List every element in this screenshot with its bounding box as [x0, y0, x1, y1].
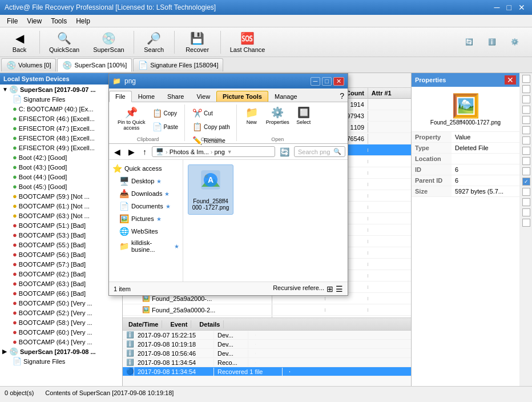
sidebar-item-bootcamp58[interactable]: ● BOOTCAMP (58:) [Very ...: [0, 317, 122, 327]
log-row[interactable]: ℹ️ 2017-09-08 11:34:54 Reco...: [123, 358, 411, 367]
ribbon-tab-picture-tools[interactable]: Picture Tools: [216, 91, 268, 102]
explorer-maximize-btn[interactable]: □: [322, 77, 332, 86]
sidebar-item-c-bootcamp[interactable]: ● C: BOOTCAMP (40:) [Ex...: [0, 104, 122, 114]
paste-btn[interactable]: 📄 Paste: [150, 120, 182, 133]
recover-button[interactable]: 💾 Recover: [178, 29, 217, 55]
checkbox-item[interactable]: [522, 126, 530, 134]
sidebar-item-boot43[interactable]: ● Boot (43:) [Good]: [0, 162, 122, 172]
tab-volumes[interactable]: 💿 Volumes [0]: [1, 58, 56, 71]
nav-item-pictures[interactable]: 🖼️ Pictures ★: [109, 212, 183, 225]
checkbox-item[interactable]: [522, 188, 530, 196]
copy-btn[interactable]: 📋 Copy: [150, 107, 182, 119]
sidebar-item-efisector49[interactable]: ● EFISECTOR (49:) [Excell...: [0, 143, 122, 152]
sidebar-item-boot44[interactable]: ● Boot (44:) [Good]: [0, 172, 122, 182]
sidebar-item-bootcamp62[interactable]: ● BOOTCAMP (62:) [Bad]: [0, 269, 122, 279]
sidebar-item-bootcamp55[interactable]: ● BOOTCAMP (55:) [Bad]: [0, 240, 122, 250]
checkbox-item[interactable]: [522, 208, 530, 216]
log-row[interactable]: ℹ️ 2017-09-08 10:56:46 Dev...: [123, 349, 411, 358]
ribbon-tab-file[interactable]: File: [109, 91, 132, 102]
checkbox-item[interactable]: [522, 136, 530, 144]
search-box[interactable]: Search png 🔍: [294, 146, 345, 157]
sidebar-item-bootcamp63[interactable]: ● BOOTCAMP (63:) [Not ...: [0, 211, 122, 220]
sidebar-item-bootcamp59[interactable]: ● BOOTCAMP (59:) [Not ...: [0, 191, 122, 201]
sidebar-item-bootcamp53[interactable]: ● BOOTCAMP (53:) [Bad]: [0, 230, 122, 240]
checkbox-item[interactable]: [522, 95, 530, 103]
refresh-address-btn[interactable]: 🔄: [277, 146, 292, 158]
quickscan-button[interactable]: 🔍 QuickScan: [43, 29, 86, 55]
nav-item-documents[interactable]: 📄 Documents ★: [109, 200, 183, 212]
menu-help[interactable]: Help: [71, 16, 95, 26]
nav-forward-btn[interactable]: ▶: [126, 146, 138, 158]
checkbox-item[interactable]: [522, 106, 530, 114]
superscan-button[interactable]: 💿 SuperScan: [87, 29, 130, 55]
nav-item-desktop[interactable]: 🖥️ Desktop ★: [109, 175, 183, 187]
sidebar-item-bootcamp57[interactable]: ● BOOTCAMP (57:) [Bad]: [0, 259, 122, 269]
sidebar-item-superscan1[interactable]: ▼ 💿 SuperScan [2017-09-07 ...: [0, 85, 122, 94]
search-button[interactable]: 🔎 Search: [137, 29, 171, 55]
config-btn[interactable]: ⚙️: [505, 29, 525, 55]
sidebar-item-bootcamp66[interactable]: ● BOOTCAMP (66:) [Bad]: [0, 288, 122, 298]
sidebar-item-bootcamp52[interactable]: ● BOOTCAMP (52:) [Very ...: [0, 308, 122, 317]
menu-file[interactable]: File: [2, 16, 22, 26]
explorer-minimize-btn[interactable]: ─: [311, 77, 321, 86]
close-btn[interactable]: ✕: [516, 3, 527, 12]
menu-view[interactable]: View: [22, 16, 46, 26]
new-btn[interactable]: 📁 New: [241, 104, 262, 127]
exp-file-item[interactable]: A Found_258ff4000 -1727.png: [188, 164, 233, 215]
lastchance-button[interactable]: 🆘 Last Chance: [224, 29, 272, 55]
expander-icon-2[interactable]: ▶: [2, 348, 8, 355]
address-box[interactable]: 🖥️ › Photos & Im... › png ▼: [152, 146, 275, 157]
sidebar-item-efisector46[interactable]: ● EFISECTOR (46:) [Excell...: [0, 114, 122, 123]
sidebar-item-bootcamp60[interactable]: ● BOOTCAMP (60:) [Very ...: [0, 327, 122, 337]
sidebar-item-bootcamp61[interactable]: ● BOOTCAMP (61:) [Not ...: [0, 201, 122, 211]
checkbox-item[interactable]: [522, 219, 530, 227]
log-row[interactable]: 🔵 2017-09-08 11:34:54 Recovered 1 file: [123, 367, 411, 376]
sidebar-item-bootcamp56[interactable]: ● BOOTCAMP (56:) [Bad]: [0, 250, 122, 259]
nav-up-btn[interactable]: ↑: [140, 146, 150, 158]
properties-close-button[interactable]: ✕: [505, 75, 516, 85]
maximize-btn[interactable]: □: [505, 3, 514, 12]
grid-view-icon[interactable]: ⊞: [327, 284, 333, 294]
expander-icon[interactable]: ▼: [2, 86, 8, 93]
file-row[interactable]: 🖼️Found_25a9a0000-2...: [123, 304, 411, 316]
log-row[interactable]: ℹ️ 2017-09-07 15:22:15 Dev...: [123, 331, 411, 340]
checkbox-item[interactable]: [522, 167, 530, 175]
sidebar-item-boot42[interactable]: ● Boot (42:) [Good]: [0, 152, 122, 162]
refresh-btn[interactable]: 🔄: [459, 29, 479, 55]
explorer-close-btn[interactable]: ✕: [333, 77, 344, 86]
cut-btn[interactable]: ✂️ Cut: [190, 107, 233, 119]
sidebar-item-bootcamp64[interactable]: ● BOOTCAMP (64:) [Very ...: [0, 337, 122, 347]
properties-btn[interactable]: ⚙️ Properties: [263, 104, 292, 127]
nav-item-quick-access[interactable]: ⭐ Quick access: [109, 162, 183, 175]
ribbon-tab-share[interactable]: Share: [161, 91, 190, 102]
sidebar-item-efisector48[interactable]: ● EFISECTOR (48:) [Excell...: [0, 133, 122, 143]
nav-back-btn[interactable]: ◀: [111, 146, 123, 158]
sidebar-item-efisector47[interactable]: ● EFISECTOR (47:) [Excell...: [0, 123, 122, 133]
ribbon-tab-manage[interactable]: Manage: [268, 91, 304, 102]
nav-item-downloads[interactable]: 📥 Downloads ★: [109, 187, 183, 200]
tab-sigfiles[interactable]: 📄 Signature Files [158094]: [133, 58, 223, 71]
tab-superscan[interactable]: 💿 SuperScan [100%]: [57, 58, 132, 72]
back-button[interactable]: ◀ Back: [2, 29, 37, 55]
list-view-icon[interactable]: ☰: [336, 284, 343, 294]
sidebar-item-sigfiles1[interactable]: 📄 Signature Files: [0, 94, 122, 104]
sidebar-item-superscan2[interactable]: ▶ 💿 SuperScan [2017-09-08 ...: [0, 347, 122, 356]
ribbon-tab-view[interactable]: View: [190, 91, 216, 102]
settings-btn[interactable]: ℹ️: [482, 29, 502, 55]
copy-path-btn[interactable]: 📋 Copy path: [190, 120, 233, 133]
sidebar-item-bootcamp51[interactable]: ● BOOTCAMP (51:) [Bad]: [0, 220, 122, 230]
checkbox-item[interactable]: [522, 75, 530, 83]
checkbox-item[interactable]: [522, 147, 530, 155]
minimize-btn[interactable]: ─: [492, 3, 502, 12]
checkbox-item-checked[interactable]: ✓: [522, 178, 530, 186]
sidebar-item-bootcamp50[interactable]: ● BOOTCAMP (50:) [Very ...: [0, 298, 122, 308]
checkbox-item[interactable]: [522, 116, 530, 124]
checkbox-item[interactable]: [522, 157, 530, 165]
select-btn[interactable]: 🔲 Select: [293, 104, 314, 127]
nav-item-websites[interactable]: 🌐 WebSites: [109, 225, 183, 238]
sidebar-item-sigfiles2[interactable]: 📄 Signature Files: [0, 356, 122, 366]
pin-to-quick-btn[interactable]: 📌 Pin to Quickaccess: [115, 104, 148, 132]
menu-tools[interactable]: Tools: [46, 16, 71, 26]
ribbon-help-btn[interactable]: ?: [336, 90, 348, 102]
ribbon-tab-home[interactable]: Home: [132, 91, 161, 102]
